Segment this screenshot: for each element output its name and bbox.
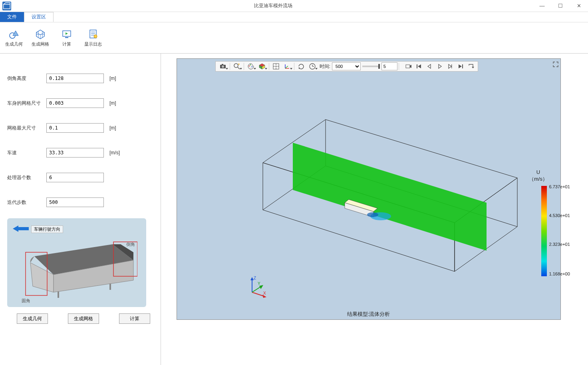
viewer-caption: 结果模型:流体分析 bbox=[177, 311, 560, 318]
ribbon-gen-geom[interactable]: 生成几何 bbox=[3, 28, 25, 47]
colorbar: 6.737e+01 4.530e+01 2.323e+01 1.168e+00 bbox=[541, 186, 547, 276]
log-icon bbox=[87, 28, 99, 40]
row-cores: 处理器个数 bbox=[7, 173, 153, 182]
label-body-mesh: 车身的网格尺寸 bbox=[7, 100, 46, 107]
car-body-icon bbox=[18, 232, 137, 302]
colorbar-title: U （m/s） bbox=[520, 169, 556, 183]
time-select[interactable]: 500 bbox=[332, 62, 361, 70]
svg-rect-47 bbox=[417, 64, 417, 68]
svg-text:X: X bbox=[263, 291, 266, 295]
prev-frame-icon[interactable] bbox=[424, 62, 435, 71]
maximize-button[interactable]: ☐ bbox=[551, 0, 570, 12]
ribbon-gen-mesh[interactable]: 生成网格 bbox=[30, 28, 51, 47]
window-title: 比亚迪车模外流场 bbox=[14, 2, 533, 9]
svg-marker-62 bbox=[293, 143, 487, 251]
svg-marker-11 bbox=[13, 225, 29, 232]
zoom-icon[interactable]: ✦ bbox=[231, 62, 242, 71]
fullscreen-icon[interactable] bbox=[552, 61, 559, 68]
ribbon-show-log[interactable]: 显示日志 bbox=[82, 28, 104, 47]
unit-max-mesh: [m] bbox=[109, 125, 116, 131]
svg-point-66 bbox=[367, 212, 378, 217]
last-frame-icon[interactable] bbox=[455, 62, 466, 71]
svg-text:Y: Y bbox=[258, 281, 260, 286]
tab-file[interactable]: 文件 bbox=[0, 12, 24, 22]
svg-point-21 bbox=[222, 66, 224, 68]
svg-text:Z: Z bbox=[254, 276, 256, 280]
svg-line-40 bbox=[285, 66, 288, 68]
svg-marker-4 bbox=[66, 32, 68, 35]
minimize-button[interactable]: — bbox=[533, 0, 551, 12]
unit-chamfer-height: [m] bbox=[109, 76, 116, 81]
rotate-icon[interactable] bbox=[296, 62, 307, 71]
svg-rect-22 bbox=[222, 64, 223, 65]
next-frame-icon[interactable] bbox=[445, 62, 455, 71]
scene-3d[interactable]: Z X Y bbox=[177, 75, 560, 310]
unit-body-mesh: [m] bbox=[109, 100, 116, 106]
svg-point-28 bbox=[251, 66, 252, 68]
ribbon-gen-mesh-label: 生成网格 bbox=[32, 41, 49, 47]
menu-tabs: 文件 设置区 bbox=[0, 12, 588, 22]
btn-compute[interactable]: 计算 bbox=[119, 313, 150, 324]
svg-line-70 bbox=[252, 292, 264, 296]
first-frame-icon[interactable] bbox=[414, 62, 424, 71]
result-area: ✦ 时间: 500 bbox=[161, 54, 588, 365]
input-max-mesh[interactable] bbox=[46, 123, 104, 133]
camera-icon[interactable] bbox=[217, 62, 228, 71]
record-icon[interactable] bbox=[403, 62, 414, 71]
input-speed[interactable] bbox=[46, 148, 104, 158]
svg-line-24 bbox=[238, 67, 240, 69]
viewer[interactable]: ✦ 时间: 500 bbox=[177, 58, 561, 320]
compute-icon bbox=[61, 28, 72, 40]
loop-icon[interactable] bbox=[466, 62, 476, 71]
btn-gen-mesh[interactable]: 生成网格 bbox=[68, 313, 99, 324]
cbar-tick-1: 4.530e+01 bbox=[549, 213, 576, 218]
label-chamfer-height: 倒角高度 bbox=[7, 75, 46, 82]
row-iters: 迭代步数 bbox=[7, 197, 153, 207]
svg-marker-46 bbox=[410, 65, 411, 68]
btn-gen-geom[interactable]: 生成几何 bbox=[17, 313, 48, 324]
input-body-mesh[interactable] bbox=[46, 98, 104, 108]
tab-settings[interactable]: 设置区 bbox=[24, 12, 54, 22]
svg-rect-0 bbox=[4, 4, 10, 8]
cbar-tick-3: 1.168e+00 bbox=[549, 271, 576, 276]
svg-text:✦: ✦ bbox=[238, 63, 240, 66]
axes-icon[interactable] bbox=[282, 62, 293, 71]
input-iters[interactable] bbox=[46, 197, 104, 207]
svg-rect-45 bbox=[406, 65, 410, 68]
svg-marker-55 bbox=[472, 67, 474, 68]
ribbon: 生成几何 生成网格 计算 显示日志 bbox=[0, 22, 588, 54]
row-body-mesh: 车身的网格尺寸 [m] bbox=[7, 98, 153, 108]
vehicle-diagram: 车辆行驶方向 倒角 圆角 bbox=[7, 218, 146, 307]
label-cores: 处理器个数 bbox=[7, 174, 46, 181]
ribbon-compute[interactable]: 计算 bbox=[56, 28, 77, 47]
svg-rect-52 bbox=[451, 64, 452, 68]
palette-icon[interactable] bbox=[245, 62, 256, 71]
input-cores[interactable] bbox=[46, 173, 104, 182]
svg-marker-51 bbox=[449, 64, 451, 68]
time-slider[interactable] bbox=[362, 66, 380, 67]
ribbon-gen-geom-label: 生成几何 bbox=[5, 41, 23, 47]
ribbon-compute-label: 计算 bbox=[62, 41, 71, 47]
svg-point-27 bbox=[250, 64, 251, 66]
svg-marker-48 bbox=[418, 64, 421, 68]
label-speed: 车速 bbox=[7, 150, 46, 156]
clock-icon[interactable] bbox=[307, 62, 318, 71]
stride-input[interactable] bbox=[381, 62, 397, 70]
row-speed: 车速 [m/s] bbox=[7, 148, 153, 158]
title-bar: 比亚迪车模外流场 — ☐ ✕ bbox=[0, 0, 588, 12]
app-icon bbox=[2, 2, 11, 10]
svg-rect-16 bbox=[58, 291, 59, 298]
cbar-tick-0: 6.737e+01 bbox=[549, 184, 576, 189]
label-iters: 迭代步数 bbox=[7, 199, 46, 206]
cube-icon[interactable] bbox=[256, 62, 268, 71]
fit-icon[interactable] bbox=[270, 62, 282, 71]
svg-line-73 bbox=[252, 287, 261, 292]
cbar-tick-2: 2.323e+01 bbox=[549, 242, 576, 247]
close-button[interactable]: ✕ bbox=[570, 0, 588, 12]
input-chamfer-height[interactable] bbox=[46, 74, 104, 83]
fillet-annotation: 圆角 bbox=[22, 298, 30, 304]
play-icon[interactable] bbox=[435, 62, 445, 71]
svg-rect-17 bbox=[109, 283, 111, 290]
svg-marker-49 bbox=[428, 64, 431, 68]
row-chamfer-height: 倒角高度 [m] bbox=[7, 74, 153, 83]
